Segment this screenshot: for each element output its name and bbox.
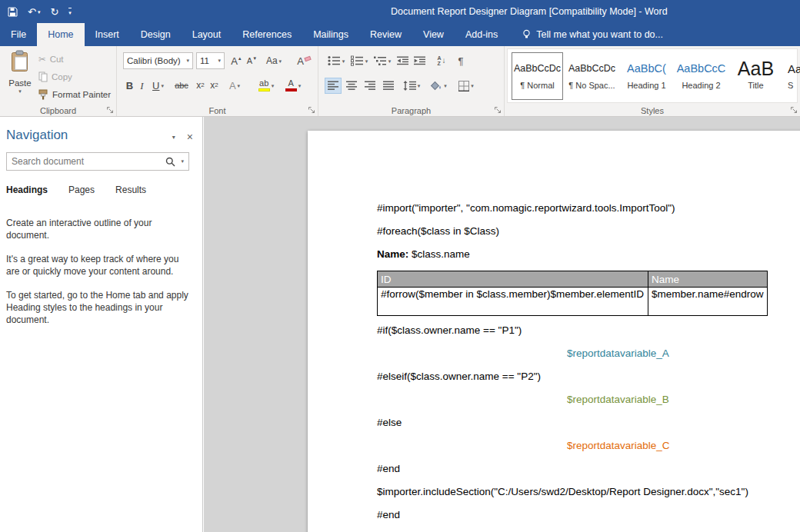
highlight-color-button[interactable]: ab ▾ <box>254 77 278 94</box>
decrease-indent-button[interactable] <box>395 53 411 68</box>
shading-button[interactable]: ▾ <box>426 78 451 94</box>
doc-var-a[interactable]: $reportdatavariable_A <box>567 347 800 361</box>
pane-options-caret-icon[interactable]: ▾ <box>172 134 175 141</box>
table-header-name[interactable]: Name <box>648 271 768 288</box>
align-right-button[interactable] <box>362 78 378 94</box>
style-no-spacing[interactable]: AaBbCcDc ¶ No Spac... <box>566 52 618 100</box>
bullets-button[interactable]: ▾ <box>326 53 346 68</box>
superscript-button[interactable]: x2 <box>208 77 221 94</box>
save-icon[interactable] <box>8 7 18 17</box>
navigation-pane-tools: ▾ × <box>172 131 193 143</box>
subscript-button[interactable]: x2 <box>194 77 207 94</box>
undo-button[interactable]: ↶ ▾ <box>28 7 40 17</box>
doc-line-import[interactable]: #import("importer", "com.nomagic.reportw… <box>377 201 800 215</box>
align-center-button[interactable] <box>343 78 360 94</box>
tab-review[interactable]: Review <box>359 23 412 46</box>
navigation-tabs: Headings Pages Results <box>6 185 167 195</box>
nav-tab-pages[interactable]: Pages <box>68 185 95 195</box>
tell-me-box[interactable]: Tell me what you want to do... <box>522 23 663 46</box>
bold-button[interactable]: B <box>123 77 136 94</box>
doc-line-end-inner[interactable]: #end <box>377 462 800 476</box>
font-size-caret-icon: ▾ <box>218 58 221 64</box>
window-title: Document Report Designer Diagram [Compat… <box>391 0 668 23</box>
style-heading1[interactable]: AaBbC( Heading 1 <box>621 52 672 100</box>
multilevel-list-button[interactable]: ▾ <box>372 53 392 68</box>
table-header-id[interactable]: ID <box>378 271 648 288</box>
change-case-button[interactable]: Aa▾ <box>263 53 285 68</box>
sort-button[interactable]: AZ ↓ <box>432 53 451 68</box>
text-effects-caret-icon: ▾ <box>238 83 241 88</box>
table-cell-name[interactable]: $member.name#endrow <box>648 288 768 316</box>
shrink-font-button[interactable]: A▼ <box>245 53 259 68</box>
numbering-button[interactable]: ▾ <box>349 53 369 68</box>
doc-line-foreach[interactable]: #foreach($class in $Class) <box>377 224 800 238</box>
show-paragraph-marks-button[interactable]: ¶ <box>454 53 468 68</box>
undo-caret-icon: ▾ <box>38 9 41 15</box>
document-page[interactable]: #import("importer", "com.nomagic.reportw… <box>308 131 800 532</box>
doc-line-else[interactable]: #else <box>377 416 800 430</box>
tab-layout[interactable]: Layout <box>182 23 232 46</box>
style-subtitle-partial[interactable]: Aa S <box>785 52 800 100</box>
redo-icon[interactable]: ↻ <box>50 7 58 17</box>
style-title[interactable]: AaB Title <box>730 52 782 100</box>
font-name-combo[interactable]: Calibri (Body) ▾ <box>123 52 193 69</box>
name-label: Name: <box>377 248 408 260</box>
search-icon[interactable] <box>165 157 175 167</box>
navigation-pane: Navigation ▾ × ▾ Headings Pages Results … <box>0 117 203 532</box>
font-dialog-launcher[interactable] <box>308 107 315 114</box>
numbering-icon <box>351 55 364 66</box>
increase-indent-button[interactable] <box>412 53 428 68</box>
tab-view[interactable]: View <box>412 23 455 46</box>
doc-var-c[interactable]: $reportdatavariable_C <box>567 439 800 453</box>
doc-line-end-outer[interactable]: #end <box>377 508 800 522</box>
search-options-caret-icon[interactable]: ▾ <box>181 158 184 165</box>
tab-home[interactable]: Home <box>37 23 84 46</box>
align-left-icon <box>328 81 339 91</box>
paragraph-dialog-launcher[interactable] <box>495 107 502 114</box>
line-spacing-button[interactable]: ▾ <box>400 78 423 94</box>
doc-line-elseif[interactable]: #elseif($class.owner.name == "P2") <box>377 370 800 384</box>
clipboard-dialog-launcher[interactable] <box>107 107 114 114</box>
doc-var-b[interactable]: $reportdatavariable_B <box>567 393 800 407</box>
doc-line-if[interactable]: #if($class.owner.name == "P1") <box>377 324 800 337</box>
font-color-bar <box>285 88 297 91</box>
grow-font-button[interactable]: A▲ <box>229 53 244 68</box>
customize-qat-icon[interactable]: ▾ <box>68 8 72 15</box>
tab-insert[interactable]: Insert <box>85 23 130 46</box>
strikethrough-button[interactable]: abc <box>171 77 192 94</box>
styles-group: AaBbCcDc ¶ Normal AaBbCcDc ¶ No Spac... … <box>505 46 800 116</box>
copy-button[interactable]: Copy <box>38 68 72 85</box>
font-name-value: Calibri (Body) <box>127 56 185 65</box>
tab-addins[interactable]: Add-ins <box>455 23 508 46</box>
table-cell-id[interactable]: #forrow($member in $class.member)$member… <box>378 288 648 316</box>
multilevel-caret-icon: ▾ <box>388 58 392 64</box>
style-normal[interactable]: AaBbCcDc ¶ Normal <box>512 52 563 100</box>
cut-button[interactable]: ✂ Cut <box>38 51 64 67</box>
search-input[interactable] <box>12 156 162 167</box>
italic-button[interactable]: I <box>137 77 147 94</box>
justify-button[interactable] <box>380 78 397 94</box>
underline-button[interactable]: U▾ <box>148 77 168 94</box>
align-left-button[interactable] <box>325 78 342 94</box>
font-size-combo[interactable]: 11 ▾ <box>196 52 225 69</box>
text-effects-button[interactable]: A▾ <box>225 77 245 94</box>
style-heading2[interactable]: AaBbCcC Heading 2 <box>675 52 727 100</box>
styles-dialog-launcher[interactable] <box>791 107 798 114</box>
eraser-icon <box>304 55 311 61</box>
tab-references[interactable]: References <box>232 23 302 46</box>
doc-line-name[interactable]: Name: $class.name <box>377 248 800 261</box>
paste-button[interactable]: Paste ▾ <box>4 50 36 108</box>
nav-tab-results[interactable]: Results <box>115 185 146 195</box>
ribbon-tab-row: File Home Insert Design Layout Reference… <box>0 23 800 46</box>
close-pane-icon[interactable]: × <box>187 131 193 143</box>
format-painter-button[interactable]: Format Painter <box>38 86 111 102</box>
tab-design[interactable]: Design <box>130 23 182 46</box>
tab-mailings[interactable]: Mailings <box>302 23 359 46</box>
tab-file[interactable]: File <box>0 23 37 46</box>
borders-button[interactable]: ▾ <box>454 78 478 94</box>
bullets-icon <box>328 55 341 66</box>
clear-formatting-button[interactable]: A <box>294 53 314 68</box>
nav-tab-headings[interactable]: Headings <box>6 185 48 195</box>
font-color-button[interactable]: A ▾ <box>282 77 305 94</box>
doc-line-include[interactable]: $importer.includeSection("C:/Users/swd2/… <box>377 485 800 499</box>
